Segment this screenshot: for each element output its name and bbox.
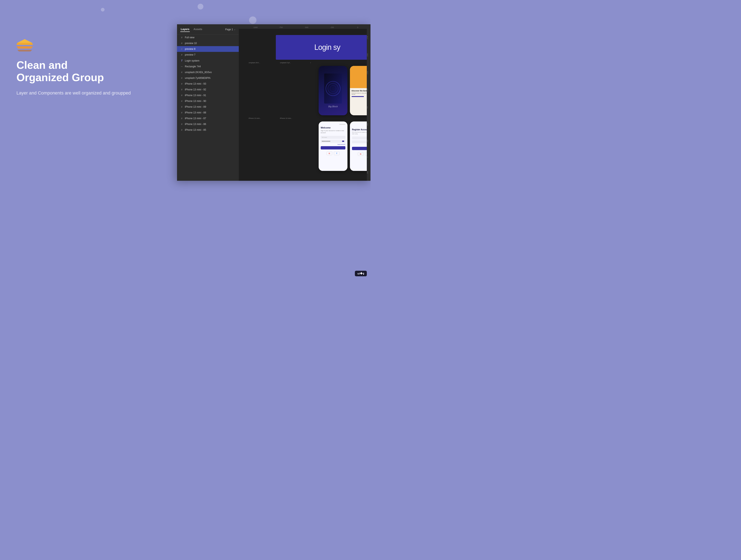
svg-marker-0: [17, 50, 32, 52]
hash-icon: #: [180, 123, 183, 125]
layer-item-preview-10[interactable]: # preview 10: [177, 40, 239, 46]
rect-icon: —: [180, 65, 183, 68]
google-button-2[interactable]: G: [358, 152, 363, 156]
phone-frames-row2: Welcome Sign in your account or create a…: [319, 121, 370, 171]
layers-list: # Full view # preview 10 # preview 8 # p…: [177, 35, 239, 181]
layer-name: iPhone 13 mini - 90: [185, 100, 206, 103]
hash-icon: #: [180, 42, 183, 45]
layer-item-iphone-93[interactable]: # iPhone 13 mini - 93: [177, 81, 239, 87]
hash-icon: #: [180, 48, 183, 50]
layer-name: Rectangle 744: [185, 65, 201, 68]
layer-name: preview 7: [185, 53, 195, 56]
figma-panel: Layers Assets Page 1 ⌄ # Full view # pre…: [177, 24, 370, 181]
page-selector[interactable]: Page 1 ⌄: [225, 28, 235, 31]
hash-icon: #: [180, 117, 183, 120]
layer-item-preview-7[interactable]: # preview 7: [177, 52, 239, 58]
layer-name: iPhone 13 mini - 85: [185, 128, 206, 131]
layer-item-iphone-89[interactable]: # iPhone 13 mini - 89: [177, 104, 239, 110]
layer-item-unsplash2[interactable]: # unsplash:7y4858E8PfA: [177, 75, 239, 81]
hash-icon: #: [180, 82, 183, 85]
layer-item-iphone-90[interactable]: # iPhone 13 mini - 90: [177, 98, 239, 104]
brand-badge: ui✦ꬶ: [355, 271, 367, 276]
phone-labels-row1: unsplash:2KX... unsplash:7y4... i: [249, 62, 315, 64]
hash-icon: #: [180, 36, 183, 39]
layer-name: preview 10: [185, 42, 197, 45]
login-phone-1: Welcome Sign in your account or create a…: [319, 121, 347, 171]
hash-icon: #: [180, 94, 183, 97]
sidebar-header: Layers Assets Page 1 ⌄: [177, 24, 239, 35]
layer-item-unsplash1[interactable]: # unsplash:2KXEb_8G5vo: [177, 69, 239, 75]
ruler-num-0: 0: [345, 26, 370, 28]
svg-marker-1: [16, 46, 33, 49]
layer-item-login-system[interactable]: T Login system: [177, 58, 239, 64]
phone-label-3: i: [311, 62, 315, 64]
tab-layers[interactable]: Layers: [180, 27, 190, 32]
layer-name: unsplash:2KXEb_8G5vo: [185, 71, 212, 74]
layer-name: iPhone 13 mini - 91: [185, 94, 206, 97]
welcome-subtitle: Sign in your account or create a new acc…: [321, 130, 345, 134]
hash-icon: #: [180, 106, 183, 108]
layer-item-iphone-86[interactable]: # iPhone 13 mini - 86: [177, 121, 239, 127]
ruler-num-500: -500: [294, 26, 319, 28]
ruler-v-label: -250: [367, 140, 370, 143]
layer-name: iPhone 13 mini - 89: [185, 106, 206, 108]
brand-badge-text: ui✦ꬶ: [357, 272, 364, 275]
layer-item-iphone-88[interactable]: # iPhone 13 mini - 88: [177, 110, 239, 116]
hash-icon: #: [180, 77, 183, 79]
ruler-num-750: -750: [268, 26, 293, 28]
layer-name: Login system: [185, 59, 199, 62]
layer-name: Full view: [185, 36, 195, 39]
layer-item-iphone-87[interactable]: # iPhone 13 mini - 87: [177, 116, 239, 121]
svg-point-6: [330, 85, 336, 91]
svg-marker-3: [17, 39, 32, 43]
subtitle: Layer and Components are well organized …: [16, 89, 132, 97]
hash-icon: #: [180, 71, 183, 73]
google-button[interactable]: G: [327, 151, 332, 155]
facebook-button[interactable]: f: [334, 151, 340, 155]
layers-sidebar: Layers Assets Page 1 ⌄ # Full view # pre…: [177, 24, 239, 181]
decorative-circle-3: [249, 16, 257, 24]
phone-label-1: unsplash:2KX...: [249, 62, 277, 64]
layer-item-iphone-92[interactable]: # iPhone 13 mini - 92: [177, 87, 239, 92]
phone-label-row2-1: iPhone 13 mini...: [249, 117, 277, 119]
phone-label-2: unsplash:7y4...: [280, 62, 309, 64]
left-panel: Clean and Organized Group Layer and Comp…: [16, 37, 132, 97]
input-name-placeholder: full name: [322, 137, 327, 138]
ruler-top: -1000 -750 -500 -250 0: [239, 24, 370, 29]
layer-item-rectangle-744[interactable]: — Rectangle 744: [177, 64, 239, 69]
phone-frames-row1: Big Block Discover the best property Fin…: [319, 66, 370, 115]
layer-name: iPhone 13 mini - 87: [185, 117, 206, 120]
main-title: Clean and Organized Group: [16, 59, 132, 84]
ruler-v-label: 0: [367, 157, 370, 158]
layer-name: iPhone 13 mini - 86: [185, 123, 206, 126]
forgot-password-text: forgot password?: [321, 144, 345, 145]
layer-name: iPhone 13 mini - 88: [185, 111, 206, 114]
canvas-area: -1000 -750 -500 -250 0 -1750 -1500 -1250…: [239, 24, 370, 181]
ruler-numbers-top: -1000 -750 -500 -250 0: [239, 26, 370, 28]
hash-icon: #: [180, 100, 183, 102]
layer-name: iPhone 13 mini - 92: [185, 88, 206, 91]
decorative-circle-1: [101, 8, 105, 11]
ruler-num-250: -250: [319, 26, 345, 28]
layer-item-preview-8[interactable]: # preview 8: [177, 46, 239, 52]
login-phone-content-1: Welcome Sign in your account or create a…: [319, 121, 347, 171]
canvas-content: -1750 -1500 -1250 -1000 -750 -500 -250 0…: [243, 29, 370, 181]
hash-icon: #: [180, 111, 183, 114]
phone1-logo: Big Block: [328, 105, 338, 108]
ruler-v-label: -1250: [367, 71, 370, 75]
layer-item-full-view[interactable]: # Full view: [177, 35, 239, 40]
google-icon-2: G: [360, 153, 361, 155]
ruler-vertical: -1750 -1500 -1250 -1000 -750 -500 -250 0…: [367, 29, 370, 181]
layer-name: unsplash:7y4858E8PfA: [185, 77, 211, 79]
layer-item-iphone-85[interactable]: # iPhone 13 mini - 85: [177, 127, 239, 133]
login-system-text: Login sy: [314, 43, 340, 52]
chevron-down-icon: ⌄: [234, 28, 235, 30]
hash-icon: #: [180, 88, 183, 91]
decorative-circle-2: [198, 4, 203, 9]
google-icon: G: [329, 152, 330, 154]
tab-assets[interactable]: Assets: [193, 27, 203, 32]
layer-item-iphone-91[interactable]: # iPhone 13 mini - 91: [177, 92, 239, 98]
ruler-v-label: -750: [367, 106, 370, 109]
phone-label-row2-2: iPhone 13 mini...: [280, 117, 309, 119]
svg-marker-2: [16, 43, 33, 45]
